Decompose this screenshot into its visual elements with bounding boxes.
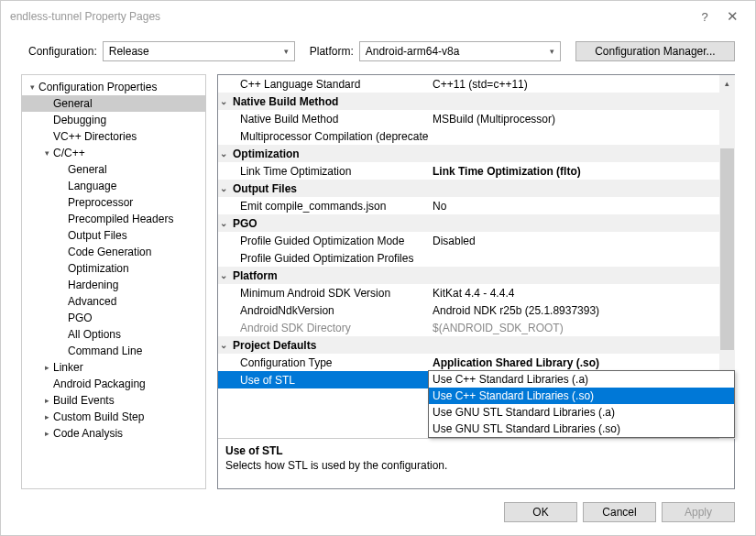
tree-twisty-icon[interactable]: ▾ bbox=[42, 148, 51, 158]
collapse-icon[interactable]: ⌄ bbox=[218, 270, 229, 280]
tree-item[interactable]: Debugging bbox=[22, 112, 205, 128]
tree-item[interactable]: Android Packaging bbox=[22, 376, 205, 392]
dropdown-option[interactable]: Use GNU STL Standard Libraries (.so) bbox=[429, 421, 734, 437]
property-name: Native Build Method bbox=[229, 113, 429, 126]
close-icon[interactable]: ✕ bbox=[718, 8, 746, 25]
tree-twisty-icon[interactable]: ▸ bbox=[42, 429, 51, 438]
toolbar: Configuration: Release ▾ Platform: Andro… bbox=[1, 32, 755, 74]
tree-item-label: Output Files bbox=[66, 229, 127, 242]
collapse-icon[interactable]: ⌄ bbox=[218, 148, 229, 159]
configuration-label: Configuration: bbox=[28, 45, 97, 58]
property-group[interactable]: ⌄Project Defaults bbox=[218, 336, 735, 354]
description-title: Use of STL bbox=[225, 444, 727, 457]
property-row[interactable]: Profile Guided Optimization ModeDisabled bbox=[218, 232, 735, 249]
tree-item-label: General bbox=[66, 163, 107, 176]
tree-item[interactable]: General bbox=[22, 161, 205, 178]
tree-item-label: Code Generation bbox=[66, 246, 151, 258]
property-group[interactable]: ⌄PGO bbox=[218, 214, 735, 232]
tree-item[interactable]: PGO bbox=[22, 310, 205, 326]
tree-item-label: Build Events bbox=[51, 394, 115, 407]
property-group[interactable]: ⌄Optimization bbox=[218, 145, 735, 162]
configuration-select[interactable]: Release ▾ bbox=[103, 41, 295, 61]
tree-item[interactable]: Language bbox=[22, 178, 205, 194]
property-name: Emit compile_commands.json bbox=[229, 200, 429, 213]
platform-select[interactable]: Android-arm64-v8a ▾ bbox=[359, 41, 561, 61]
tree-item[interactable]: Hardening bbox=[22, 277, 205, 293]
scroll-up-icon[interactable]: ▴ bbox=[719, 75, 735, 91]
tree-item-label: Optimization bbox=[66, 262, 129, 275]
tree-item-label: VC++ Directories bbox=[51, 130, 137, 143]
property-row[interactable]: Link Time OptimizationLink Time Optimiza… bbox=[218, 162, 735, 180]
apply-button[interactable]: Apply bbox=[662, 502, 735, 522]
cancel-button[interactable]: Cancel bbox=[583, 502, 656, 522]
configuration-value: Release bbox=[109, 45, 149, 58]
help-icon[interactable]: ? bbox=[691, 10, 718, 24]
property-row[interactable]: C++ Language StandardC++11 (std=c++11) bbox=[218, 75, 735, 93]
property-value: No bbox=[429, 200, 735, 213]
tree-item[interactable]: Advanced bbox=[22, 293, 205, 310]
group-name: Output Files bbox=[229, 182, 429, 195]
tree-item[interactable]: ▸Build Events bbox=[22, 392, 205, 409]
collapse-icon[interactable]: ⌄ bbox=[218, 183, 229, 193]
scroll-thumb[interactable] bbox=[720, 148, 734, 350]
group-name: Optimization bbox=[229, 148, 429, 160]
tree-item[interactable]: ▸Custom Build Step bbox=[22, 409, 205, 425]
tree-twisty-icon[interactable]: ▸ bbox=[42, 412, 51, 421]
dropdown-option[interactable]: Use C++ Standard Libraries (.a) bbox=[429, 371, 734, 388]
tree-item[interactable]: ▸Code Analysis bbox=[22, 425, 205, 442]
tree-item-label: General bbox=[51, 97, 93, 110]
property-value: KitKat 4.4 - 4.4.4 bbox=[429, 287, 735, 300]
tree-item[interactable]: Command Line bbox=[22, 343, 205, 359]
tree-item[interactable]: VC++ Directories bbox=[22, 128, 205, 145]
tree-item-label: Android Packaging bbox=[51, 377, 146, 390]
tree-item[interactable]: ▸Linker bbox=[22, 359, 205, 376]
property-row[interactable]: Minimum Android SDK VersionKitKat 4.4 - … bbox=[218, 284, 735, 301]
tree-item[interactable]: General bbox=[22, 95, 205, 112]
property-row[interactable]: Profile Guided Optimization Profiles bbox=[218, 249, 735, 267]
tree-item-label: Configuration Properties bbox=[37, 81, 157, 93]
footer: OK Cancel Apply bbox=[1, 493, 755, 535]
tree-item[interactable]: ▾C/C++ bbox=[22, 145, 205, 161]
property-group[interactable]: ⌄Platform bbox=[218, 267, 735, 284]
tree-item[interactable]: All Options bbox=[22, 326, 205, 343]
property-name: C++ Language Standard bbox=[229, 78, 429, 91]
property-group[interactable]: ⌄Native Build Method bbox=[218, 93, 735, 110]
tree-item[interactable]: Preprocessor bbox=[22, 194, 205, 211]
tree-item[interactable]: Code Generation bbox=[22, 244, 205, 260]
dropdown-option[interactable]: Use C++ Standard Libraries (.so) bbox=[429, 388, 734, 404]
tree-item[interactable]: Precompiled Headers bbox=[22, 211, 205, 227]
dropdown-option[interactable]: Use GNU STL Standard Libraries (.a) bbox=[429, 404, 734, 421]
property-row[interactable]: Native Build MethodMSBuild (Multiprocess… bbox=[218, 110, 735, 127]
collapse-icon[interactable]: ⌄ bbox=[218, 340, 229, 350]
tree-item[interactable]: ▾Configuration Properties bbox=[22, 79, 205, 95]
property-row[interactable]: AndroidNdkVersionAndroid NDK r25b (25.1.… bbox=[218, 301, 735, 319]
stl-dropdown[interactable]: Use C++ Standard Libraries (.a)Use C++ S… bbox=[428, 370, 735, 438]
collapse-icon[interactable]: ⌄ bbox=[218, 218, 229, 228]
property-row[interactable]: Multiprocessor Compilation (deprecated) bbox=[218, 127, 735, 145]
tree-item-label: PGO bbox=[66, 312, 93, 324]
property-name: Android SDK Directory bbox=[229, 322, 429, 334]
tree-item-label: Custom Build Step bbox=[51, 410, 144, 423]
property-value: C++11 (std=c++11) bbox=[429, 78, 735, 91]
property-row[interactable]: Android SDK Directory$(ANDROID_SDK_ROOT) bbox=[218, 319, 735, 336]
property-name: AndroidNdkVersion bbox=[229, 304, 429, 317]
property-row[interactable]: Configuration TypeApplication Shared Lib… bbox=[218, 354, 735, 371]
collapse-icon[interactable]: ⌄ bbox=[218, 96, 229, 106]
property-name: Configuration Type bbox=[229, 356, 429, 369]
property-name: Use of STL bbox=[229, 374, 429, 387]
property-name: Multiprocessor Compilation (deprecated) bbox=[229, 130, 429, 143]
property-panel: C++ Language StandardC++11 (std=c++11)⌄N… bbox=[217, 74, 735, 489]
tree-item[interactable]: Output Files bbox=[22, 227, 205, 244]
tree-twisty-icon[interactable]: ▸ bbox=[42, 363, 51, 372]
chevron-down-icon: ▾ bbox=[550, 47, 554, 56]
tree-twisty-icon[interactable]: ▸ bbox=[42, 396, 51, 405]
tree-twisty-icon[interactable]: ▾ bbox=[27, 82, 37, 92]
property-group[interactable]: ⌄Output Files bbox=[218, 180, 735, 197]
property-row[interactable]: Emit compile_commands.jsonNo bbox=[218, 197, 735, 214]
config-tree[interactable]: ▾Configuration PropertiesGeneralDebuggin… bbox=[21, 74, 206, 489]
configuration-manager-button[interactable]: Configuration Manager... bbox=[575, 41, 735, 61]
tree-item-label: Linker bbox=[51, 361, 83, 374]
tree-item[interactable]: Optimization bbox=[22, 260, 205, 277]
tree-item-label: Preprocessor bbox=[66, 196, 133, 209]
ok-button[interactable]: OK bbox=[504, 502, 577, 522]
